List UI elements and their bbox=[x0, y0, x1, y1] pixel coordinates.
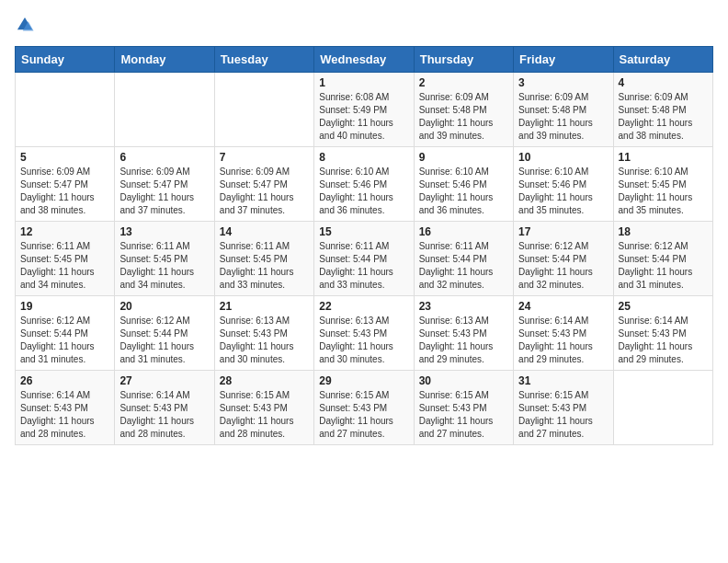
day-number: 23 bbox=[419, 300, 508, 313]
week-row-1: 1Sunrise: 6:08 AM Sunset: 5:49 PM Daylig… bbox=[16, 73, 713, 147]
day-info: Sunrise: 6:15 AM Sunset: 5:43 PM Dayligh… bbox=[419, 389, 508, 441]
day-cell: 28Sunrise: 6:15 AM Sunset: 5:43 PM Dayli… bbox=[214, 371, 313, 445]
day-cell bbox=[115, 73, 214, 147]
day-cell: 17Sunrise: 6:12 AM Sunset: 5:44 PM Dayli… bbox=[514, 222, 613, 296]
day-info: Sunrise: 6:14 AM Sunset: 5:43 PM Dayligh… bbox=[619, 315, 708, 366]
day-info: Sunrise: 6:13 AM Sunset: 5:43 PM Dayligh… bbox=[220, 315, 309, 366]
day-info: Sunrise: 6:13 AM Sunset: 5:43 PM Dayligh… bbox=[419, 315, 508, 366]
day-number: 16 bbox=[419, 225, 508, 238]
day-number: 6 bbox=[119, 151, 209, 164]
day-cell: 14Sunrise: 6:11 AM Sunset: 5:45 PM Dayli… bbox=[214, 222, 313, 296]
day-info: Sunrise: 6:09 AM Sunset: 5:47 PM Dayligh… bbox=[20, 166, 109, 217]
day-cell: 25Sunrise: 6:14 AM Sunset: 5:43 PM Dayli… bbox=[613, 296, 712, 371]
calendar-body: 1Sunrise: 6:08 AM Sunset: 5:49 PM Daylig… bbox=[16, 73, 713, 445]
day-info: Sunrise: 6:13 AM Sunset: 5:43 PM Dayligh… bbox=[319, 315, 408, 366]
day-number: 20 bbox=[119, 300, 209, 313]
day-number: 29 bbox=[319, 374, 408, 387]
day-number: 21 bbox=[220, 300, 309, 313]
day-info: Sunrise: 6:11 AM Sunset: 5:45 PM Dayligh… bbox=[220, 240, 309, 292]
day-number: 9 bbox=[419, 151, 508, 164]
day-number: 7 bbox=[220, 151, 309, 164]
day-cell: 8Sunrise: 6:10 AM Sunset: 5:46 PM Daylig… bbox=[314, 147, 414, 222]
header-row: SundayMondayTuesdayWednesdayThursdayFrid… bbox=[16, 47, 713, 73]
header-day-friday: Friday bbox=[514, 47, 613, 73]
day-info: Sunrise: 6:11 AM Sunset: 5:44 PM Dayligh… bbox=[319, 240, 408, 292]
header-day-thursday: Thursday bbox=[414, 47, 513, 73]
week-row-5: 26Sunrise: 6:14 AM Sunset: 5:43 PM Dayli… bbox=[16, 371, 713, 445]
day-number: 14 bbox=[220, 225, 309, 238]
day-info: Sunrise: 6:12 AM Sunset: 5:44 PM Dayligh… bbox=[20, 315, 109, 366]
day-number: 10 bbox=[518, 151, 608, 164]
day-info: Sunrise: 6:11 AM Sunset: 5:45 PM Dayligh… bbox=[20, 240, 109, 292]
day-number: 19 bbox=[20, 300, 109, 313]
day-info: Sunrise: 6:10 AM Sunset: 5:46 PM Dayligh… bbox=[419, 166, 508, 217]
day-info: Sunrise: 6:09 AM Sunset: 5:48 PM Dayligh… bbox=[619, 91, 708, 143]
calendar-header: SundayMondayTuesdayWednesdayThursdayFrid… bbox=[16, 47, 713, 73]
calendar-table: SundayMondayTuesdayWednesdayThursdayFrid… bbox=[15, 46, 713, 445]
day-cell bbox=[613, 371, 712, 445]
header-day-tuesday: Tuesday bbox=[214, 47, 313, 73]
day-cell: 24Sunrise: 6:14 AM Sunset: 5:43 PM Dayli… bbox=[514, 296, 613, 371]
day-cell: 10Sunrise: 6:10 AM Sunset: 5:46 PM Dayli… bbox=[514, 147, 613, 222]
day-number: 13 bbox=[119, 225, 209, 238]
day-cell: 23Sunrise: 6:13 AM Sunset: 5:43 PM Dayli… bbox=[414, 296, 513, 371]
header-day-saturday: Saturday bbox=[613, 47, 712, 73]
day-number: 27 bbox=[119, 374, 209, 387]
day-info: Sunrise: 6:09 AM Sunset: 5:48 PM Dayligh… bbox=[518, 91, 608, 143]
day-info: Sunrise: 6:14 AM Sunset: 5:43 PM Dayligh… bbox=[518, 315, 608, 366]
day-number: 5 bbox=[20, 151, 109, 164]
day-info: Sunrise: 6:10 AM Sunset: 5:45 PM Dayligh… bbox=[619, 166, 708, 217]
day-cell: 5Sunrise: 6:09 AM Sunset: 5:47 PM Daylig… bbox=[16, 147, 115, 222]
week-row-4: 19Sunrise: 6:12 AM Sunset: 5:44 PM Dayli… bbox=[16, 296, 713, 371]
week-row-2: 5Sunrise: 6:09 AM Sunset: 5:47 PM Daylig… bbox=[16, 147, 713, 222]
day-number: 30 bbox=[419, 374, 508, 387]
day-cell: 18Sunrise: 6:12 AM Sunset: 5:44 PM Dayli… bbox=[613, 222, 712, 296]
day-cell: 4Sunrise: 6:09 AM Sunset: 5:48 PM Daylig… bbox=[613, 73, 712, 147]
day-number: 12 bbox=[20, 225, 109, 238]
day-cell: 7Sunrise: 6:09 AM Sunset: 5:47 PM Daylig… bbox=[214, 147, 313, 222]
logo-icon bbox=[15, 15, 35, 35]
header-day-wednesday: Wednesday bbox=[314, 47, 414, 73]
day-number: 4 bbox=[619, 76, 708, 89]
day-number: 22 bbox=[319, 300, 408, 313]
day-info: Sunrise: 6:10 AM Sunset: 5:46 PM Dayligh… bbox=[518, 166, 608, 217]
day-cell: 3Sunrise: 6:09 AM Sunset: 5:48 PM Daylig… bbox=[514, 73, 613, 147]
day-number: 11 bbox=[619, 151, 708, 164]
header-day-sunday: Sunday bbox=[16, 47, 115, 73]
day-cell: 31Sunrise: 6:15 AM Sunset: 5:43 PM Dayli… bbox=[514, 371, 613, 445]
day-number: 15 bbox=[319, 225, 408, 238]
day-cell: 12Sunrise: 6:11 AM Sunset: 5:45 PM Dayli… bbox=[16, 222, 115, 296]
day-cell: 29Sunrise: 6:15 AM Sunset: 5:43 PM Dayli… bbox=[314, 371, 414, 445]
day-info: Sunrise: 6:12 AM Sunset: 5:44 PM Dayligh… bbox=[619, 240, 708, 292]
day-number: 26 bbox=[20, 374, 109, 387]
header-day-monday: Monday bbox=[115, 47, 214, 73]
logo bbox=[15, 15, 39, 35]
day-info: Sunrise: 6:11 AM Sunset: 5:44 PM Dayligh… bbox=[419, 240, 508, 292]
page-header bbox=[15, 15, 713, 35]
day-cell: 16Sunrise: 6:11 AM Sunset: 5:44 PM Dayli… bbox=[414, 222, 513, 296]
day-info: Sunrise: 6:14 AM Sunset: 5:43 PM Dayligh… bbox=[20, 389, 109, 441]
day-info: Sunrise: 6:09 AM Sunset: 5:47 PM Dayligh… bbox=[220, 166, 309, 217]
day-cell bbox=[16, 73, 115, 147]
day-cell: 9Sunrise: 6:10 AM Sunset: 5:46 PM Daylig… bbox=[414, 147, 513, 222]
day-number: 24 bbox=[518, 300, 608, 313]
day-info: Sunrise: 6:15 AM Sunset: 5:43 PM Dayligh… bbox=[220, 389, 309, 441]
day-number: 8 bbox=[319, 151, 408, 164]
day-number: 28 bbox=[220, 374, 309, 387]
day-info: Sunrise: 6:15 AM Sunset: 5:43 PM Dayligh… bbox=[518, 389, 608, 441]
day-cell: 22Sunrise: 6:13 AM Sunset: 5:43 PM Dayli… bbox=[314, 296, 414, 371]
day-number: 18 bbox=[619, 225, 708, 238]
day-info: Sunrise: 6:15 AM Sunset: 5:43 PM Dayligh… bbox=[319, 389, 408, 441]
day-info: Sunrise: 6:12 AM Sunset: 5:44 PM Dayligh… bbox=[119, 315, 209, 366]
day-number: 3 bbox=[518, 76, 608, 89]
day-cell: 2Sunrise: 6:09 AM Sunset: 5:48 PM Daylig… bbox=[414, 73, 513, 147]
day-number: 1 bbox=[319, 76, 408, 89]
day-cell: 13Sunrise: 6:11 AM Sunset: 5:45 PM Dayli… bbox=[115, 222, 214, 296]
day-info: Sunrise: 6:09 AM Sunset: 5:48 PM Dayligh… bbox=[419, 91, 508, 143]
day-info: Sunrise: 6:09 AM Sunset: 5:47 PM Dayligh… bbox=[119, 166, 209, 217]
day-cell: 20Sunrise: 6:12 AM Sunset: 5:44 PM Dayli… bbox=[115, 296, 214, 371]
day-info: Sunrise: 6:14 AM Sunset: 5:43 PM Dayligh… bbox=[119, 389, 209, 441]
day-cell: 30Sunrise: 6:15 AM Sunset: 5:43 PM Dayli… bbox=[414, 371, 513, 445]
day-cell: 15Sunrise: 6:11 AM Sunset: 5:44 PM Dayli… bbox=[314, 222, 414, 296]
day-cell: 21Sunrise: 6:13 AM Sunset: 5:43 PM Dayli… bbox=[214, 296, 313, 371]
